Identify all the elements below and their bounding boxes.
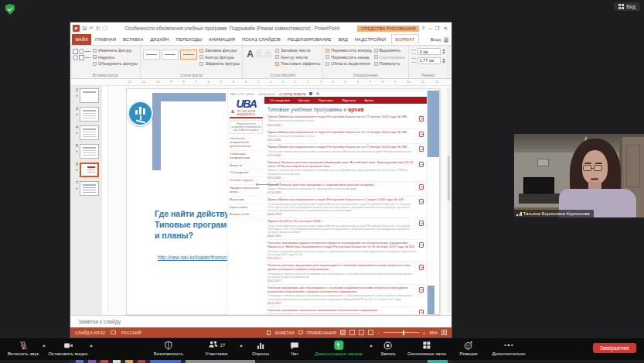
- slideshow-icon[interactable]: 🖵: [102, 26, 107, 32]
- share-options-chevron[interactable]: [370, 344, 373, 347]
- selection-pane-button[interactable]: Область выделения: [325, 61, 371, 66]
- site-nav-item[interactable]: Центры: [298, 98, 310, 102]
- shape-fill-button[interactable]: Заливка фигуры: [199, 48, 240, 53]
- edit-shape-button[interactable]: Изменить фигуру: [93, 48, 138, 53]
- selected-line-shape[interactable]: [258, 184, 277, 185]
- share-screen-button[interactable]: Демонстрация экрана: [315, 340, 362, 356]
- document-title[interactable]: Учебные программы для обучающихся с особ…: [267, 286, 417, 294]
- document-row[interactable]: Проект Типовых учебных программ (с сокра…: [267, 182, 424, 197]
- slide-thumbnail-preview[interactable]: [80, 163, 99, 177]
- uba-logo[interactable]: & UBA ҰЛТТЫҚ БІЛІМ АКАДЕМИЯСЫ: [230, 98, 263, 118]
- site-language-switcher[interactable]: КАЗ | РУС | ENG: [230, 92, 254, 96]
- shape-gallery[interactable]: [73, 48, 90, 60]
- site-nav-item[interactable]: Партнеры: [319, 98, 333, 102]
- download-icon[interactable]: [419, 310, 424, 315]
- document-title[interactable]: Учебные программы начального образования…: [267, 309, 417, 313]
- slide-thumbnail[interactable]: 2★: [73, 88, 102, 103]
- slide-thumbnail-preview[interactable]: [80, 88, 99, 103]
- reactions-button[interactable]: Реакции: [459, 340, 477, 356]
- download-icon[interactable]: [419, 162, 424, 167]
- download-icon[interactable]: [419, 199, 424, 204]
- shape-style-presets[interactable]: [143, 48, 197, 60]
- document-title[interactable]: Приказ Министра образования и науки Респ…: [267, 131, 417, 135]
- selection-handle[interactable]: [256, 183, 258, 186]
- download-icon[interactable]: [419, 242, 424, 248]
- width-value[interactable]: 1,77 см: [417, 57, 441, 64]
- participant-video[interactable]: Татьяна Борисовна Корнилова: [514, 134, 644, 217]
- more-button[interactable]: Дополнительно: [492, 340, 525, 356]
- chat-button[interactable]: Чат: [290, 340, 300, 356]
- document-title[interactable]: Учебные программы уровня основного средн…: [267, 241, 417, 249]
- site-menu-item[interactable]: Основные направления деятельности: [230, 135, 263, 150]
- document-row[interactable]: Приказ Министра образования и науки Респ…: [267, 144, 424, 159]
- document-row[interactable]: Типовые учебные программы для обучающихс…: [267, 262, 424, 285]
- ribbon-tab[interactable]: ВСТАВКА: [119, 34, 146, 45]
- group-button[interactable]: Группировать: [374, 55, 406, 60]
- selection-handle[interactable]: [277, 183, 279, 186]
- ribbon-tab[interactable]: ФОРМАТ: [391, 34, 419, 45]
- view-button[interactable]: Вид: [614, 2, 640, 11]
- chart-placeholder-icon[interactable]: [128, 101, 153, 126]
- text-outline-button[interactable]: Контур текста: [275, 55, 320, 60]
- restore-icon[interactable]: ❐: [435, 26, 440, 32]
- normal-view-button[interactable]: [340, 330, 346, 335]
- zoom-out-button[interactable]: −: [377, 330, 380, 335]
- quick-access-toolbar[interactable]: 🖫 ↶ ↻ 🖵: [82, 26, 107, 32]
- end-meeting-button[interactable]: Завершение: [593, 343, 636, 353]
- slide-thumbnail-preview[interactable]: [80, 181, 99, 196]
- document-title[interactable]: Приказ № 603 от 20 сентября 2018 г.: [267, 220, 417, 224]
- download-icon[interactable]: [419, 132, 424, 137]
- notes-toggle[interactable]: ЗАМЕТКИ: [274, 330, 294, 335]
- download-icon[interactable]: [419, 146, 424, 152]
- ribbon-tab[interactable]: ПОКАЗ СЛАЙДОВ: [239, 34, 285, 45]
- shape-effects-button[interactable]: Эффекты фигуры: [199, 61, 240, 66]
- save-icon[interactable]: 🖫: [82, 26, 87, 32]
- document-row[interactable]: Учебные программы для обучающихся с особ…: [267, 285, 424, 307]
- download-icon[interactable]: [419, 184, 424, 190]
- download-icon[interactable]: [419, 287, 424, 293]
- align-button[interactable]: Выровнять: [374, 48, 406, 53]
- shape-outline-button[interactable]: Контур фигуры: [199, 55, 240, 60]
- site-menu-item[interactable]: Семинары, конференции: [230, 151, 263, 163]
- slide-thumbnail-panel[interactable]: 2★ 3★ 4★ 5★: [70, 86, 102, 315]
- redo-icon[interactable]: ↻: [96, 26, 100, 32]
- document-row[interactable]: Приказ Министра образования и науки Респ…: [267, 114, 424, 129]
- zoom-level[interactable]: 95%: [429, 330, 438, 335]
- unmute-button[interactable]: Включить звук: [8, 340, 39, 356]
- document-row[interactable]: Приказ № 603 от 20 сентября 2018 г. О вн…: [267, 218, 424, 240]
- search-icon[interactable]: [316, 92, 319, 95]
- site-menu-item[interactable]: Новости: [230, 163, 263, 170]
- site-nav-item[interactable]: Архив: [365, 98, 374, 102]
- document-title[interactable]: Типовые учебные программы для обучающихс…: [267, 264, 417, 272]
- close-icon[interactable]: ✕: [444, 26, 448, 32]
- send-backward-button[interactable]: Переместить назад: [325, 55, 371, 60]
- ribbon-tab[interactable]: ДИЗАЙН: [147, 34, 172, 45]
- download-icon[interactable]: [419, 265, 424, 270]
- slideshow-view-button[interactable]: [368, 330, 373, 335]
- width-field[interactable]: 1,77 см: [411, 57, 445, 64]
- titlebar[interactable]: P 🖫 ↶ ↻ 🖵 Особенности обновления учебных…: [70, 22, 451, 34]
- document-row[interactable]: Проекты Типовых учебных программ (Немецк…: [267, 159, 424, 182]
- site-menu-item[interactable]: Обсуждения: [230, 170, 263, 177]
- download-icon[interactable]: [419, 221, 424, 226]
- wordart-gallery[interactable]: А А А: [245, 48, 273, 60]
- slide-thumbnail[interactable]: 7★: [73, 181, 102, 196]
- reading-view-button[interactable]: [359, 330, 364, 335]
- ribbon-tab[interactable]: АНИМАЦИЯ: [205, 34, 238, 45]
- zoom-slider[interactable]: [383, 332, 419, 333]
- breakout-rooms-button[interactable]: Сессионные залы: [407, 340, 446, 356]
- audio-options-chevron[interactable]: [43, 344, 46, 347]
- text-fill-button[interactable]: Заливка текста: [275, 48, 320, 53]
- undo-icon[interactable]: ↶: [90, 26, 94, 32]
- ribbon-tab[interactable]: ФАЙЛ: [72, 34, 91, 45]
- site-nav-item[interactable]: Журналы: [342, 98, 356, 102]
- ribbon-tab[interactable]: ПЕРЕХОДЫ: [172, 34, 205, 45]
- document-title[interactable]: Приказ Министра образования и науки Респ…: [267, 115, 417, 119]
- minimize-icon[interactable]: –: [428, 26, 431, 32]
- slide-thumbnail[interactable]: 4★: [73, 125, 102, 140]
- document-row[interactable]: Приказ Министра образования и науки Респ…: [267, 129, 424, 145]
- slide-thumbnail-preview[interactable]: [80, 107, 99, 122]
- site-email[interactable]: info@nao.kz: [258, 92, 275, 96]
- width-stepper[interactable]: [442, 58, 445, 63]
- ribbon-tab[interactable]: РЕЦЕНЗИРОВАНИЕ: [284, 34, 335, 45]
